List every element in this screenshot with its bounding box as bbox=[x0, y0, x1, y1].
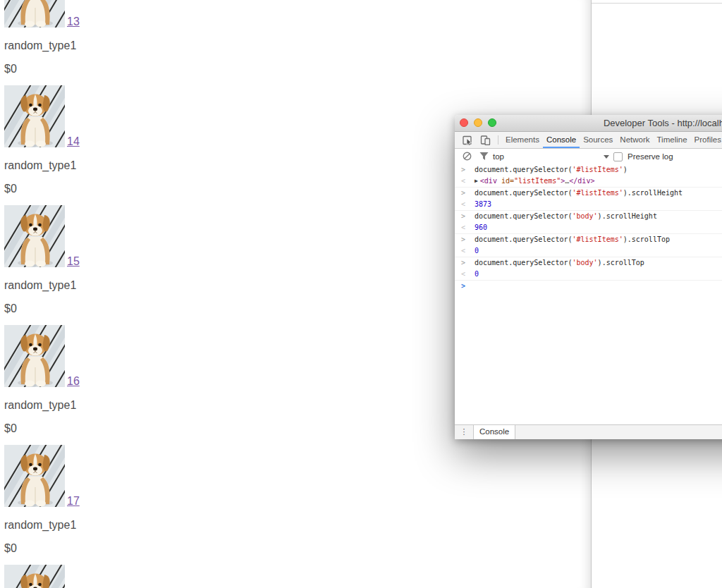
drawer-tab-console[interactable]: Console bbox=[473, 425, 515, 439]
item-number-link[interactable]: 14 bbox=[67, 136, 80, 147]
item-image-row bbox=[4, 565, 230, 588]
console-group: >document.querySelector('#listItems').sc… bbox=[455, 234, 722, 257]
console-group: >document.querySelector('#listItems') <▶… bbox=[455, 164, 722, 188]
clear-console-icon[interactable] bbox=[463, 152, 472, 161]
item-price-label: $0 bbox=[4, 183, 230, 195]
active-prompt-icon: > bbox=[461, 281, 471, 292]
puppy-image bbox=[4, 565, 65, 588]
prompt-icon: > bbox=[461, 188, 471, 199]
console-string: '#listItems' bbox=[572, 189, 623, 197]
console-code: ).scrollHeight bbox=[623, 189, 683, 197]
console-attr-name: id= bbox=[497, 177, 514, 185]
item-number-link[interactable]: 15 bbox=[67, 256, 80, 267]
puppy-image bbox=[4, 0, 65, 27]
result-icon: < bbox=[461, 199, 471, 210]
console-code: document.querySelector( bbox=[475, 212, 572, 220]
list-items: 13 random_type1 $0 14 random_type1 $0 15… bbox=[4, 0, 230, 588]
console-number: 0 bbox=[475, 270, 479, 278]
console-string: '#listItems' bbox=[572, 235, 623, 243]
preserve-log-label[interactable]: Preserve log bbox=[628, 149, 673, 164]
console-prompt-line[interactable]: > bbox=[455, 281, 722, 292]
list-item: 16 random_type1 $0 bbox=[4, 325, 230, 445]
console-attr-value: "listItems" bbox=[514, 177, 561, 185]
list-item: 17 random_type1 $0 bbox=[4, 445, 230, 565]
zoom-button[interactable] bbox=[488, 118, 496, 127]
devtools-window: Developer Tools - http://localho Element… bbox=[455, 115, 722, 439]
console-code: document.querySelector( bbox=[475, 189, 572, 197]
item-type-label: random_type1 bbox=[4, 159, 230, 172]
item-type-label: random_type1 bbox=[4, 39, 230, 52]
filter-icon[interactable] bbox=[479, 152, 489, 161]
console-command: >document.querySelector('#listItems').sc… bbox=[455, 188, 722, 199]
console-group: >document.querySelector('#listItems').sc… bbox=[455, 188, 722, 211]
console-result: <960 bbox=[455, 222, 722, 233]
result-icon: < bbox=[461, 245, 471, 257]
console-tag: </div> bbox=[569, 177, 594, 185]
tab-console[interactable]: Console bbox=[543, 132, 580, 148]
prompt-icon: > bbox=[461, 257, 471, 269]
item-image-row: 17 bbox=[4, 445, 230, 507]
tab-elements[interactable]: Elements bbox=[502, 132, 543, 148]
console-code: ).scrollTop bbox=[598, 259, 644, 267]
tab-timeline[interactable]: Timeline bbox=[654, 132, 691, 148]
prompt-icon: > bbox=[461, 234, 471, 245]
console-number: 960 bbox=[475, 223, 487, 231]
window-controls bbox=[460, 118, 496, 127]
prompt-icon: > bbox=[461, 164, 471, 176]
puppy-image bbox=[4, 205, 65, 267]
console-code: ).scrollTop bbox=[623, 235, 670, 243]
item-number-link[interactable]: 17 bbox=[67, 496, 80, 507]
puppy-image bbox=[4, 325, 65, 387]
console-string: 'body' bbox=[572, 212, 597, 220]
result-icon: < bbox=[461, 176, 471, 187]
overflow-menu-icon[interactable]: ⋮ bbox=[455, 425, 473, 439]
console-string: 'body' bbox=[572, 259, 597, 267]
item-number-link[interactable]: 16 bbox=[67, 376, 80, 387]
console-output[interactable]: >document.querySelector('#listItems') <▶… bbox=[455, 163, 722, 425]
console-result: <3873 bbox=[455, 199, 722, 210]
screen: 13 random_type1 $0 14 random_type1 $0 15… bbox=[0, 0, 722, 588]
list-item-partial bbox=[4, 565, 230, 588]
console-code: ).scrollHeight bbox=[598, 212, 657, 220]
puppy-image bbox=[4, 85, 65, 147]
background-window-divider bbox=[591, 3, 722, 4]
console-number: 0 bbox=[475, 247, 479, 255]
item-price-label: $0 bbox=[4, 63, 230, 75]
devtools-tabbar: Elements Console Sources Network Timelin… bbox=[455, 132, 722, 149]
item-number-link[interactable]: 13 bbox=[67, 16, 80, 27]
expand-triangle-icon[interactable]: ▶ bbox=[475, 178, 478, 184]
console-string: '#listItems' bbox=[572, 166, 623, 173]
list-item: 13 random_type1 $0 bbox=[4, 0, 230, 85]
console-number: 3873 bbox=[475, 200, 491, 208]
tab-network[interactable]: Network bbox=[616, 132, 653, 148]
console-result: <▶<div id="listItems">…</div> bbox=[455, 176, 722, 187]
console-code: document.querySelector( bbox=[475, 259, 572, 267]
item-type-label: random_type1 bbox=[4, 399, 230, 412]
tab-sources[interactable]: Sources bbox=[580, 132, 616, 148]
list-item: 14 random_type1 $0 bbox=[4, 85, 230, 205]
console-code: document.querySelector( bbox=[475, 166, 572, 173]
result-icon: < bbox=[461, 222, 471, 233]
devtools-drawer: ⋮ Console bbox=[455, 424, 722, 439]
prompt-icon: > bbox=[461, 211, 471, 222]
tab-profiles[interactable]: Profiles bbox=[691, 132, 722, 148]
console-code: ) bbox=[623, 166, 628, 173]
console-tag: <div bbox=[480, 177, 497, 185]
chevron-down-icon[interactable] bbox=[604, 155, 609, 159]
item-price-label: $0 bbox=[4, 422, 230, 435]
devtools-titlebar[interactable]: Developer Tools - http://localho bbox=[455, 115, 722, 132]
preserve-log-checkbox[interactable] bbox=[613, 152, 623, 161]
item-image-row: 15 bbox=[4, 205, 230, 267]
device-toolbar-icon[interactable] bbox=[477, 132, 494, 148]
item-image-row: 13 bbox=[4, 0, 230, 27]
list-item: 15 random_type1 $0 bbox=[4, 205, 230, 325]
console-command: >document.querySelector('body').scrollTo… bbox=[455, 257, 722, 269]
console-group: >document.querySelector('body').scrollHe… bbox=[455, 211, 722, 234]
execution-context-selector[interactable]: top bbox=[493, 149, 504, 164]
inspect-element-icon[interactable] bbox=[459, 132, 477, 148]
close-button[interactable] bbox=[460, 118, 468, 127]
console-result: <0 bbox=[455, 269, 722, 280]
item-type-label: random_type1 bbox=[4, 519, 230, 532]
minimize-button[interactable] bbox=[474, 118, 482, 127]
console-command: >document.querySelector('body').scrollHe… bbox=[455, 211, 722, 222]
